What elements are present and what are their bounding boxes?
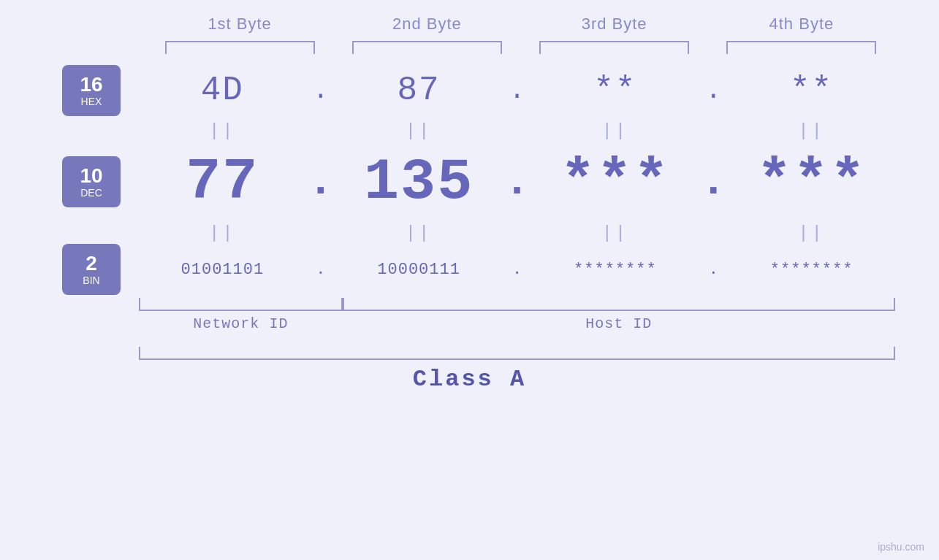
dec-values: 77 . 135 . *** . *** bbox=[139, 149, 895, 215]
bin-badge-num: 2 bbox=[85, 253, 97, 275]
eq-1-2: || bbox=[335, 121, 503, 141]
top-bracket-1 bbox=[165, 41, 315, 54]
watermark: ipshu.com bbox=[878, 541, 924, 553]
byte2-header: 2nd Byte bbox=[333, 15, 520, 34]
host-id-label: Host ID bbox=[343, 315, 895, 332]
eq-1-3: || bbox=[532, 121, 699, 141]
host-bracket bbox=[343, 298, 895, 311]
hex-label-cell: 16 HEX bbox=[44, 65, 139, 116]
id-labels-row: Network ID Host ID bbox=[44, 315, 895, 332]
bin-badge-base: BIN bbox=[83, 275, 99, 286]
byte-headers-row: 1st Byte 2nd Byte 3rd Byte 4th Byte bbox=[44, 15, 895, 34]
eq-2-1: || bbox=[139, 223, 306, 243]
hex-badge-base: HEX bbox=[81, 96, 102, 107]
hex-badge: 16 HEX bbox=[62, 65, 121, 116]
eq-1-4: || bbox=[728, 121, 895, 141]
hex-dot-2: . bbox=[503, 76, 532, 106]
bracket-cell-2 bbox=[333, 41, 520, 54]
dec-badge-num: 10 bbox=[80, 165, 102, 188]
equals-row-2: || || || || bbox=[44, 222, 895, 244]
eq-2-2: || bbox=[335, 223, 503, 243]
eq-2-4: || bbox=[728, 223, 895, 243]
dec-val-4: *** bbox=[728, 149, 895, 215]
bin-badge: 2 BIN bbox=[62, 244, 121, 295]
main-container: 1st Byte 2nd Byte 3rd Byte 4th Byte 16 H… bbox=[0, 0, 939, 560]
hex-val-2: 87 bbox=[335, 72, 503, 110]
byte3-header: 3rd Byte bbox=[521, 15, 708, 34]
hex-row: 16 HEX 4D . 87 . ** . ** bbox=[44, 61, 895, 120]
dec-badge: 10 DEC bbox=[62, 156, 121, 207]
dec-row: 10 DEC 77 . 135 . *** . *** bbox=[44, 142, 895, 222]
bin-dot-1: . bbox=[306, 261, 335, 279]
bin-row: 2 BIN 01001101 . 10000111 . ******** . *… bbox=[44, 244, 895, 295]
hex-val-3: ** bbox=[532, 72, 699, 110]
dec-dot-1: . bbox=[306, 157, 335, 207]
hex-badge-num: 16 bbox=[80, 74, 102, 96]
bracket-cell-1 bbox=[146, 41, 333, 54]
eq-1-1: || bbox=[139, 121, 306, 141]
dec-badge-base: DEC bbox=[80, 187, 102, 199]
bin-val-2: 10000111 bbox=[335, 261, 503, 279]
bin-dot-2: . bbox=[503, 261, 532, 279]
bracket-cell-3 bbox=[521, 41, 708, 54]
byte4-header: 4th Byte bbox=[708, 15, 895, 34]
network-id-label: Network ID bbox=[139, 315, 343, 332]
top-bracket-3 bbox=[539, 41, 689, 54]
bin-dot-3: . bbox=[699, 261, 728, 279]
class-label: Class A bbox=[413, 366, 526, 393]
bin-val-4: ******** bbox=[728, 261, 895, 279]
dec-label-cell: 10 DEC bbox=[44, 156, 139, 207]
dec-dot-3: . bbox=[699, 157, 728, 207]
class-label-row: Class A bbox=[44, 366, 895, 393]
top-brackets-row bbox=[44, 41, 895, 54]
hex-val-4: ** bbox=[728, 72, 895, 110]
id-brackets-row bbox=[44, 298, 895, 311]
dec-dot-2: . bbox=[503, 157, 532, 207]
equals-row-1: || || || || bbox=[44, 120, 895, 142]
bin-label-cell: 2 BIN bbox=[44, 244, 139, 295]
bin-values: 01001101 . 10000111 . ******** . *******… bbox=[139, 261, 895, 279]
dec-val-1: 77 bbox=[139, 149, 306, 215]
bin-val-1: 01001101 bbox=[139, 261, 306, 279]
top-bracket-2 bbox=[352, 41, 502, 54]
hex-values: 4D . 87 . ** . ** bbox=[139, 72, 895, 110]
dec-val-2: 135 bbox=[335, 149, 503, 215]
dec-val-3: *** bbox=[532, 149, 699, 215]
class-bracket bbox=[139, 347, 895, 360]
top-bracket-4 bbox=[726, 41, 876, 54]
network-bracket bbox=[139, 298, 343, 311]
eq-2-3: || bbox=[532, 223, 699, 243]
hex-dot-1: . bbox=[306, 76, 335, 106]
bracket-cell-4 bbox=[708, 41, 895, 54]
hex-dot-3: . bbox=[699, 76, 728, 106]
bin-val-3: ******** bbox=[532, 261, 699, 279]
hex-val-1: 4D bbox=[139, 72, 306, 110]
byte1-header: 1st Byte bbox=[146, 15, 333, 34]
class-bracket-row bbox=[44, 347, 895, 360]
